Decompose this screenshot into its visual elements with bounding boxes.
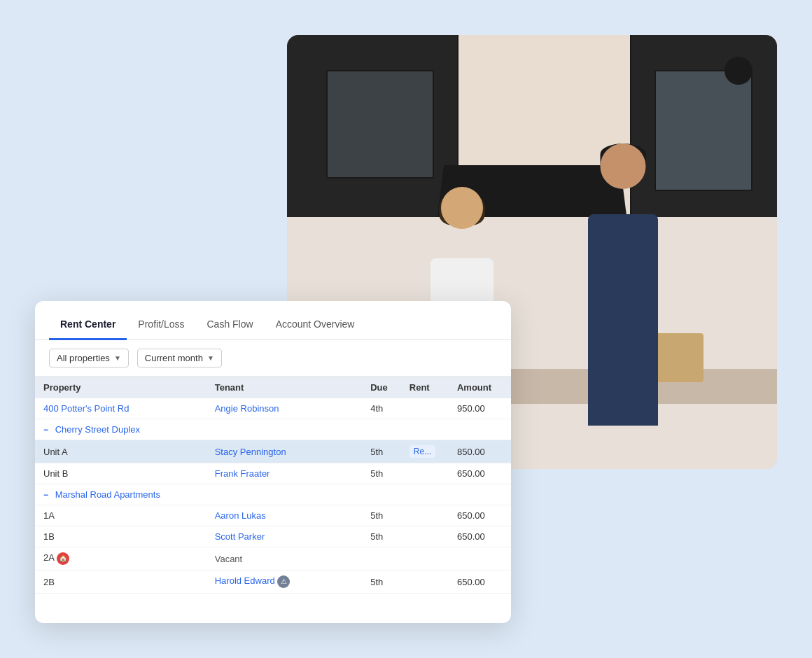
tab-cash-flow[interactable]: Cash Flow bbox=[196, 310, 265, 340]
property-cell: 400 Potter's Point Rd bbox=[35, 398, 206, 419]
group-property-link[interactable]: Cherry Street Duplex bbox=[55, 424, 140, 435]
amount-cell bbox=[449, 547, 511, 570]
woman-head bbox=[441, 187, 483, 229]
due-cell: 5th bbox=[362, 570, 401, 594]
rent-cell bbox=[401, 398, 449, 419]
tenant-link[interactable]: Aaron Lukas bbox=[215, 510, 266, 521]
unit-cell: Unit B bbox=[35, 463, 206, 484]
tenant-cell: Vacant bbox=[206, 547, 362, 570]
due-cell: 4th bbox=[362, 398, 401, 419]
tenant-cell: Harold Edward ⚠ bbox=[206, 570, 362, 594]
collapse-icon[interactable]: − bbox=[43, 490, 48, 500]
rent-table: Property Tenant Due Rent Amount 400 Pott… bbox=[35, 377, 511, 594]
rent-cell bbox=[401, 570, 449, 594]
tenant-cell: Scott Parker bbox=[206, 526, 362, 547]
table-wrapper: Property Tenant Due Rent Amount 400 Pott… bbox=[35, 377, 511, 594]
vacant-label: Vacant bbox=[215, 554, 243, 564]
rent-cell bbox=[401, 526, 449, 547]
unit-cell: 1A bbox=[35, 505, 206, 526]
tenant-cell: Angie Robinson bbox=[206, 398, 362, 419]
table-row-1a: 1A Aaron Lukas 5th 650.00 bbox=[35, 505, 511, 526]
tab-profit-loss[interactable]: Profit/Loss bbox=[127, 310, 195, 340]
property-link[interactable]: 400 Potter's Point Rd bbox=[43, 403, 129, 414]
amount-cell: 650.00 bbox=[449, 463, 511, 484]
man-head bbox=[601, 144, 646, 189]
man-body bbox=[588, 214, 658, 426]
rent-cell bbox=[401, 463, 449, 484]
tenant-cell: Frank Fraater bbox=[206, 463, 362, 484]
rent-badge: Re... bbox=[410, 445, 435, 458]
unit-cell: 2A 🏠 bbox=[35, 547, 206, 570]
table-row-unit-b: Unit B Frank Fraater 5th 650.00 bbox=[35, 463, 511, 484]
tenant-link[interactable]: Harold Edward bbox=[215, 575, 275, 586]
table-row-2b: 2B Harold Edward ⚠ 5th 650.00 bbox=[35, 570, 511, 594]
main-container: Rent Center Profit/Loss Cash Flow Accoun… bbox=[35, 35, 777, 623]
group-header-cherry: − Cherry Street Duplex bbox=[35, 419, 511, 440]
col-rent: Rent bbox=[401, 377, 449, 398]
cabinet-glass2 bbox=[326, 70, 434, 178]
group-property-link[interactable]: Marshal Road Apartments bbox=[55, 489, 160, 500]
property-filter[interactable]: All properties ▼ bbox=[49, 349, 129, 368]
tab-rent-center[interactable]: Rent Center bbox=[49, 310, 127, 340]
due-cell: 5th bbox=[362, 505, 401, 526]
col-amount: Amount bbox=[449, 377, 511, 398]
group-header-cell: − Marshal Road Apartments bbox=[35, 484, 511, 505]
tenant-cell: Stacy Pennington bbox=[206, 440, 362, 463]
amount-cell: 950.00 bbox=[449, 398, 511, 419]
table-row-1b: 1B Scott Parker 5th 650.00 bbox=[35, 526, 511, 547]
due-cell: 5th bbox=[362, 526, 401, 547]
rent-cell: Re... bbox=[401, 440, 449, 463]
property-filter-label: All properties bbox=[57, 353, 110, 363]
col-tenant: Tenant bbox=[206, 377, 362, 398]
tenant-link[interactable]: Scott Parker bbox=[215, 531, 265, 542]
tab-account-overview[interactable]: Account Overview bbox=[265, 310, 366, 340]
table-row-2a: 2A 🏠 Vacant bbox=[35, 547, 511, 570]
wall-clock-icon bbox=[724, 57, 752, 85]
house-icon: 🏠 bbox=[57, 552, 69, 565]
tabs-bar: Rent Center Profit/Loss Cash Flow Accoun… bbox=[35, 301, 511, 340]
col-property: Property bbox=[35, 377, 206, 398]
collapse-icon[interactable]: − bbox=[43, 425, 48, 435]
filters-row: All properties ▼ Current month ▼ bbox=[35, 340, 511, 377]
due-cell: 5th bbox=[362, 463, 401, 484]
period-filter-arrow: ▼ bbox=[207, 354, 214, 362]
table-row: 400 Potter's Point Rd Angie Robinson 4th… bbox=[35, 398, 511, 419]
due-cell: 5th bbox=[362, 440, 401, 463]
group-header-marshal: − Marshal Road Apartments bbox=[35, 484, 511, 505]
unit-label-text: 2A bbox=[43, 552, 54, 563]
warning-icon: ⚠ bbox=[277, 575, 290, 588]
unit-cell: 2B bbox=[35, 570, 206, 594]
tenant-link[interactable]: Frank Fraater bbox=[215, 468, 270, 479]
rent-cell bbox=[401, 505, 449, 526]
amount-cell: 650.00 bbox=[449, 505, 511, 526]
due-cell bbox=[362, 547, 401, 570]
col-due: Due bbox=[362, 377, 401, 398]
tenant-cell: Aaron Lukas bbox=[206, 505, 362, 526]
amount-cell: 650.00 bbox=[449, 526, 511, 547]
table-row-unit-a: Unit A Stacy Pennington 5th Re... 850.00 bbox=[35, 440, 511, 463]
rent-cell bbox=[401, 547, 449, 570]
group-header-cell: − Cherry Street Duplex bbox=[35, 419, 511, 440]
person-man bbox=[567, 144, 679, 426]
property-filter-arrow: ▼ bbox=[114, 354, 121, 362]
app-panel: Rent Center Profit/Loss Cash Flow Accoun… bbox=[35, 301, 511, 623]
tenant-link[interactable]: Angie Robinson bbox=[215, 403, 279, 414]
amount-cell: 650.00 bbox=[449, 570, 511, 594]
amount-cell: 850.00 bbox=[449, 440, 511, 463]
unit-cell: 1B bbox=[35, 526, 206, 547]
tenant-link[interactable]: Stacy Pennington bbox=[215, 447, 286, 457]
period-filter-label: Current month bbox=[145, 353, 203, 363]
unit-cell: Unit A bbox=[35, 440, 206, 463]
period-filter[interactable]: Current month ▼ bbox=[137, 349, 222, 368]
